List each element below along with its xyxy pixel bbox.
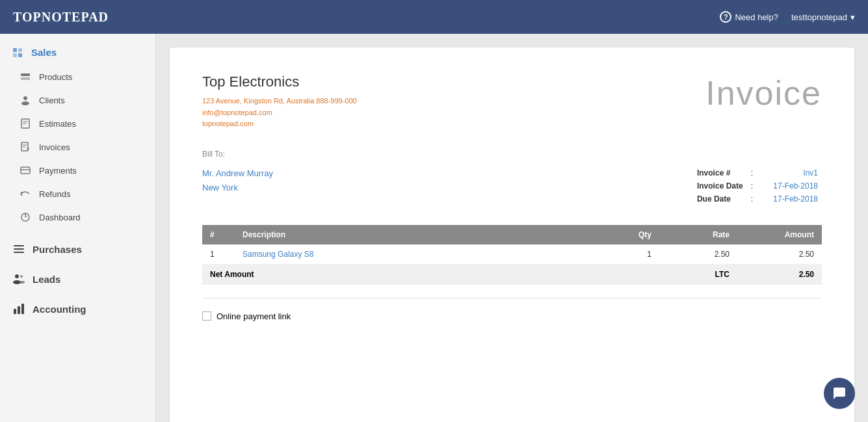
- invoice-top: Top Electronics 123 Avenue, Kingston Rd,…: [202, 73, 822, 130]
- svg-rect-5: [21, 77, 30, 80]
- payment-link-section: Online payment link: [202, 311, 822, 321]
- company-address: 123 Avenue, Kingston Rd, Australia 888-9…: [202, 96, 357, 107]
- sidebar-item-estimates[interactable]: Estimates: [0, 112, 155, 135]
- svg-rect-0: [13, 48, 17, 52]
- invoices-label: Invoices: [39, 142, 70, 152]
- refunds-label: Refunds: [39, 189, 70, 199]
- svg-point-23: [20, 281, 25, 284]
- client-name: Mr. Andrew Murray: [202, 166, 273, 181]
- accounting-label: Accounting: [33, 304, 86, 315]
- sidebar-item-products[interactable]: Products: [0, 65, 155, 88]
- svg-rect-1: [18, 48, 22, 52]
- help-label: Need help?: [735, 12, 778, 22]
- svg-rect-14: [21, 167, 30, 174]
- invoice-num-label: Invoice #: [693, 166, 747, 179]
- estimates-icon: [20, 118, 31, 129]
- sidebar-sales-header[interactable]: Sales: [0, 39, 155, 65]
- table-header-amount: Amount: [737, 225, 822, 244]
- svg-rect-4: [21, 73, 30, 76]
- estimates-label: Estimates: [39, 119, 76, 129]
- payments-icon: [20, 165, 31, 176]
- items-table: # Description Qty Rate Amount 1 Samsung …: [202, 225, 822, 285]
- sidebar-item-payments[interactable]: Payments: [0, 159, 155, 182]
- sidebar-leads-header[interactable]: Leads: [0, 264, 155, 294]
- sidebar-item-dashboard[interactable]: Dashboard: [0, 205, 155, 229]
- sales-section: Sales Products Clients: [0, 34, 155, 234]
- table-row: 1 Samsung Galaxy S8 1 2.50 2.50: [202, 244, 822, 265]
- help-button[interactable]: ? Need help?: [720, 11, 778, 23]
- sidebar-item-invoices[interactable]: Invoices: [0, 135, 155, 159]
- header-right: ? Need help? testtopnotepad ▾: [720, 11, 855, 23]
- products-label: Products: [39, 72, 72, 82]
- row-num: 1: [202, 244, 235, 265]
- svg-rect-19: [14, 252, 24, 253]
- row-rate: 2.50: [659, 244, 737, 265]
- net-amount-currency: LTC: [659, 264, 737, 284]
- divider: [202, 298, 822, 298]
- svg-point-20: [15, 274, 19, 278]
- client-location: New York: [202, 181, 273, 195]
- net-amount-value: 2.50: [737, 264, 822, 284]
- net-amount-label: Net Amount: [202, 264, 659, 284]
- dashboard-label: Dashboard: [39, 213, 81, 222]
- svg-rect-26: [21, 304, 24, 314]
- svg-rect-18: [14, 248, 24, 250]
- payment-link-checkbox[interactable]: [202, 311, 211, 321]
- user-label: testtopnotepad: [791, 12, 847, 22]
- table-header-qty: Qty: [594, 225, 659, 244]
- svg-rect-17: [14, 245, 24, 246]
- company-details: 123 Avenue, Kingston Rd, Australia 888-9…: [202, 96, 357, 130]
- purchases-icon: [12, 242, 26, 256]
- main-layout: Sales Products Clients: [0, 34, 868, 422]
- sidebar-purchases-header[interactable]: Purchases: [0, 234, 155, 264]
- app-logo: TopNotepad: [13, 10, 109, 25]
- sidebar-accounting-header[interactable]: Accounting: [0, 294, 155, 324]
- leads-icon: [12, 272, 26, 286]
- company-name: Top Electronics: [202, 73, 357, 90]
- invoice-meta: Invoice # : Inv1 Invoice Date : 17-Feb-2…: [693, 166, 822, 205]
- bill-to-label: Bill To:: [202, 150, 822, 159]
- invoice-date-value: 17-Feb-2018: [757, 179, 822, 192]
- invoices-icon: [20, 141, 31, 153]
- company-info: Top Electronics 123 Avenue, Kingston Rd,…: [202, 73, 357, 130]
- svg-rect-3: [18, 53, 22, 57]
- chat-bubble-button[interactable]: [824, 378, 855, 409]
- dropdown-arrow-icon: ▾: [850, 12, 855, 22]
- user-menu-button[interactable]: testtopnotepad ▾: [791, 12, 855, 22]
- invoice-date-label: Invoice Date: [693, 179, 747, 192]
- due-date-label: Due Date: [693, 192, 747, 205]
- row-qty: 1: [594, 244, 659, 265]
- due-date-colon: :: [747, 192, 757, 205]
- invoice-date-colon: :: [747, 179, 757, 192]
- table-header-num: #: [202, 225, 235, 244]
- clients-label: Clients: [39, 96, 65, 105]
- bill-section: Mr. Andrew Murray New York Invoice # : I…: [202, 166, 822, 205]
- leads-label: Leads: [33, 274, 60, 285]
- row-amount: 2.50: [737, 244, 822, 265]
- purchases-label: Purchases: [33, 244, 82, 255]
- refunds-icon: [20, 188, 31, 200]
- help-icon: ?: [720, 11, 731, 23]
- svg-point-21: [20, 275, 23, 278]
- svg-rect-25: [18, 306, 20, 314]
- payment-link-label: Online payment link: [217, 311, 291, 321]
- due-date-value: 17-Feb-2018: [757, 192, 822, 205]
- svg-rect-2: [13, 53, 17, 57]
- invoice-title: Invoice: [705, 73, 822, 112]
- table-header-description: Description: [235, 225, 594, 244]
- company-email: info@topnotepad.com: [202, 107, 357, 119]
- table-header-rate: Rate: [659, 225, 737, 244]
- svg-point-7: [21, 101, 29, 105]
- bill-client: Mr. Andrew Murray New York: [202, 166, 273, 195]
- sidebar-item-refunds[interactable]: Refunds: [0, 182, 155, 205]
- sales-icon: [12, 46, 25, 59]
- dashboard-icon: [20, 211, 31, 223]
- sidebar-item-clients[interactable]: Clients: [0, 88, 155, 112]
- accounting-icon: [12, 302, 26, 316]
- company-website: topnotepad.com: [202, 118, 357, 130]
- payments-label: Payments: [39, 166, 77, 176]
- products-icon: [20, 71, 31, 83]
- invoice-num-value: Inv1: [757, 166, 822, 179]
- svg-rect-24: [14, 309, 16, 314]
- content-area: Top Electronics 123 Avenue, Kingston Rd,…: [156, 34, 868, 422]
